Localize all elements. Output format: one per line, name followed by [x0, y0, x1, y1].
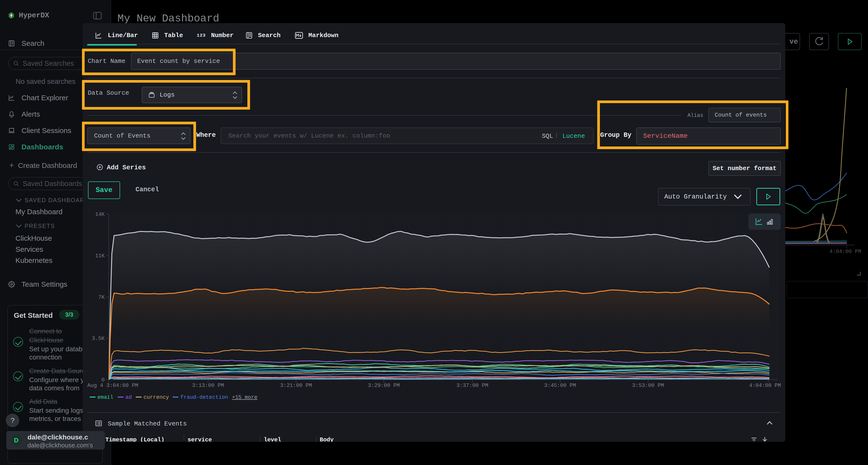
svg-text:3:21:00 PM: 3:21:00 PM	[280, 383, 312, 389]
svg-text:3:13:00 PM: 3:13:00 PM	[192, 383, 224, 389]
svg-text:0: 0	[101, 377, 105, 383]
svg-text:3:29:00 PM: 3:29:00 PM	[368, 383, 400, 389]
svg-text:ad: ad	[125, 394, 132, 400]
svg-text:3:37:00 PM: 3:37:00 PM	[457, 383, 488, 389]
svg-text:Aug 4 3:04:00 PM: Aug 4 3:04:00 PM	[87, 383, 138, 389]
svg-text:14K: 14K	[95, 211, 105, 218]
svg-text:+15 more: +15 more	[232, 394, 257, 400]
svg-text:fraud-detection: fraud-detection	[180, 394, 228, 400]
svg-text:3.5K: 3.5K	[92, 336, 105, 342]
svg-text:7K: 7K	[98, 294, 105, 300]
svg-text:email: email	[97, 394, 113, 400]
svg-text:11K: 11K	[95, 253, 105, 259]
svg-text:currency: currency	[144, 394, 169, 400]
svg-text:4:04:00 PM: 4:04:00 PM	[749, 383, 781, 389]
svg-text:3:53:00 PM: 3:53:00 PM	[632, 383, 664, 389]
svg-text:3:45:00 PM: 3:45:00 PM	[544, 383, 576, 389]
